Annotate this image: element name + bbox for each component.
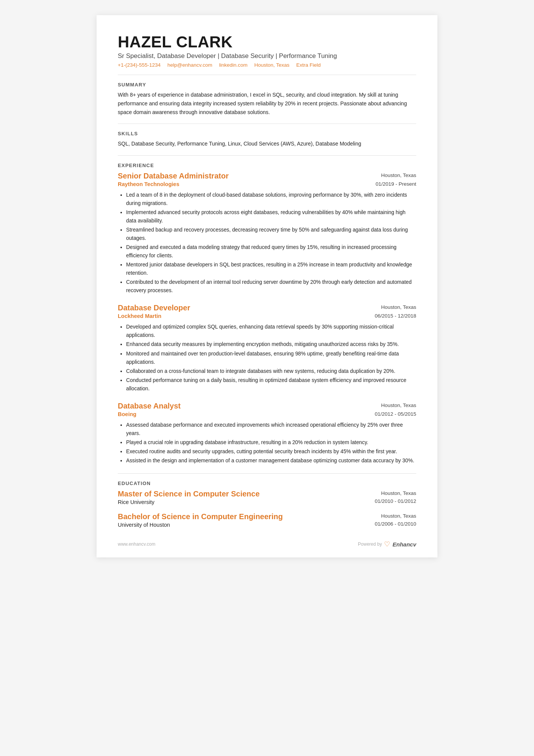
bullet: Executed routine audits and security upg… <box>126 448 416 456</box>
bullet: Assessed database performance and execut… <box>126 421 416 438</box>
job-1-title: Senior Database Administrator <box>118 171 229 180</box>
experience-section: EXPERIENCE Senior Database Administrator… <box>118 163 416 465</box>
bullet: Streamlined backup and recovery processe… <box>126 226 416 243</box>
summary-section: SUMMARY With 8+ years of experience in d… <box>118 82 416 117</box>
job-3-location: Houston, Texas <box>381 401 416 408</box>
extra-field: Extra Field <box>296 62 321 68</box>
bullet: Played a crucial role in upgrading datab… <box>126 438 416 447</box>
skills-text: SQL, Database Security, Performance Tuni… <box>118 139 416 148</box>
job-2-dates: 06/2015 - 12/2018 <box>375 313 416 319</box>
resume-page: HAZEL CLARK Sr Specialist, Database Deve… <box>97 15 437 557</box>
bullet: Mentored junior database developers in S… <box>126 261 416 277</box>
education-label: EDUCATION <box>118 481 416 486</box>
job-3-dates: 01/2012 - 05/2015 <box>375 411 416 417</box>
header: HAZEL CLARK Sr Specialist, Database Deve… <box>118 33 416 68</box>
job-2: Database Developer Houston, Texas Lockhe… <box>118 303 416 393</box>
bullet: Assisted in the design and implementatio… <box>126 457 416 465</box>
edu-2: Bachelor of Science in Computer Engineer… <box>118 512 416 528</box>
email[interactable]: help@enhancv.com <box>167 62 212 68</box>
job-1: Senior Database Administrator Houston, T… <box>118 171 416 295</box>
bullet: Collaborated on a cross-functional team … <box>126 367 416 376</box>
job-3-title: Database Analyst <box>118 401 181 410</box>
edu-1-dates: 01/2010 - 01/2012 <box>375 498 416 504</box>
bullet: Enhanced data security measures by imple… <box>126 340 416 349</box>
summary-divider <box>118 124 416 124</box>
enhancv-heart-icon: ♡ <box>384 540 390 548</box>
job-3-company: Boeing <box>118 411 136 417</box>
experience-label: EXPERIENCE <box>118 163 416 168</box>
enhancv-brand-name: Enhancv <box>392 541 416 548</box>
bullet: Designed and executed a data modeling st… <box>126 243 416 260</box>
edu-2-dates: 01/2006 - 01/2010 <box>375 521 416 527</box>
skills-divider <box>118 155 416 156</box>
job-1-company: Raytheon Technologies <box>118 181 179 187</box>
candidate-name: HAZEL CLARK <box>118 33 416 51</box>
summary-text: With 8+ years of experience in database … <box>118 91 416 117</box>
edu-1-school: Rice University <box>118 499 155 505</box>
skills-label: SKILLS <box>118 131 416 136</box>
job-2-location: Houston, Texas <box>381 303 416 310</box>
experience-divider <box>118 473 416 474</box>
bullet: Contributed to the development of an int… <box>126 278 416 295</box>
edu-1-degree: Master of Science in Computer Science <box>118 489 260 498</box>
edu-1: Master of Science in Computer Science Ho… <box>118 489 416 505</box>
powered-by-text: Powered by <box>358 542 382 547</box>
phone: +1-(234)-555-1234 <box>118 62 161 68</box>
job-3-bullets: Assessed database performance and execut… <box>118 421 416 465</box>
location: Houston, Texas <box>255 62 290 68</box>
job-2-bullets: Developed and optimized complex SQL quer… <box>118 323 416 393</box>
skills-section: SKILLS SQL, Database Security, Performan… <box>118 131 416 148</box>
edu-2-school: University of Houston <box>118 522 170 528</box>
edu-2-location: Houston, Texas <box>381 512 416 519</box>
job-2-title: Database Developer <box>118 303 190 312</box>
job-1-bullets: Led a team of 8 in the deployment of clo… <box>118 191 416 295</box>
bullet: Led a team of 8 in the deployment of clo… <box>126 191 416 208</box>
edu-2-degree: Bachelor of Science in Computer Engineer… <box>118 512 283 521</box>
job-2-company: Lockheed Martin <box>118 313 161 319</box>
summary-label: SUMMARY <box>118 82 416 88</box>
education-section: EDUCATION Master of Science in Computer … <box>118 481 416 528</box>
page-footer: www.enhancv.com Powered by ♡ Enhancv <box>118 540 416 548</box>
bullet: Developed and optimized complex SQL quer… <box>126 323 416 340</box>
bullet: Monitored and maintained over ten produc… <box>126 350 416 366</box>
contact-row: +1-(234)-555-1234 help@enhancv.com linke… <box>118 62 416 68</box>
edu-1-location: Houston, Texas <box>381 489 416 496</box>
footer-brand: Powered by ♡ Enhancv <box>358 540 416 548</box>
header-divider <box>118 75 416 75</box>
job-1-location: Houston, Texas <box>381 171 416 178</box>
job-1-dates: 01/2019 - Present <box>376 181 416 187</box>
linkedin[interactable]: linkedin.com <box>219 62 247 68</box>
candidate-title: Sr Specialist, Database Developer | Data… <box>118 52 416 60</box>
bullet: Conducted performance tuning on a daily … <box>126 376 416 393</box>
bullet: Implemented advanced security protocols … <box>126 208 416 225</box>
footer-website: www.enhancv.com <box>118 542 155 547</box>
job-3: Database Analyst Houston, Texas Boeing 0… <box>118 401 416 465</box>
